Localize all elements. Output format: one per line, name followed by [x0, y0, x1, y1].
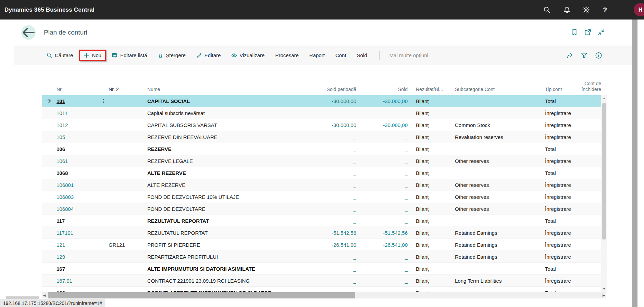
- cell-sold-perioada[interactable]: _: [283, 290, 356, 292]
- col-header-sold-perioad-[interactable]: Sold perioadă: [283, 87, 356, 92]
- col-header-nume[interactable]: Nume: [147, 87, 283, 92]
- cell-nr[interactable]: 1011: [55, 110, 99, 116]
- cell-sold[interactable]: _: [356, 194, 408, 200]
- table-row[interactable]: 121GR121PROFIT SI PIERDERE-26.541,00-26.…: [42, 239, 601, 251]
- cell-nr[interactable]: 105: [55, 134, 99, 140]
- cell-sold[interactable]: _: [356, 254, 408, 260]
- col-header-tip-cont[interactable]: Tip cont: [539, 87, 580, 92]
- avatar[interactable]: H: [634, 3, 644, 16]
- toolbar-procesare[interactable]: Procesare: [275, 52, 298, 58]
- cell-sold-perioada[interactable]: -26.541,00: [283, 242, 356, 248]
- toolbar-mai-multe-op-iuni[interactable]: Mai multe opțiuni: [389, 52, 428, 58]
- cell-nr[interactable]: 106803: [55, 194, 99, 200]
- cell-nr[interactable]: 121: [55, 242, 99, 248]
- gear-icon[interactable]: [582, 6, 590, 14]
- cell-nr[interactable]: 1061: [55, 158, 99, 164]
- table-row[interactable]: 117REZULTATUL REPORTAT__BilanțTotal: [42, 215, 601, 227]
- toolbar-cont[interactable]: Cont: [335, 52, 346, 58]
- outer-frame-scrollbar[interactable]: [632, 20, 637, 307]
- cell-sold[interactable]: _: [356, 182, 408, 188]
- vertical-scrollbar[interactable]: ▲ ▼: [601, 95, 607, 292]
- cell-sold[interactable]: _: [356, 278, 408, 284]
- help-icon[interactable]: ?: [603, 6, 607, 14]
- table-row[interactable]: 1061REZERVE LEGALE__BilanțOther reserves…: [42, 155, 601, 167]
- cell-sold[interactable]: _: [356, 206, 408, 212]
- cell-sold-perioada[interactable]: -30.000,00: [283, 122, 356, 128]
- col-header-cont-de-nchidere[interactable]: Cont de închidere: [580, 81, 601, 92]
- table-row[interactable]: 167.01CONTRACT 221901 23.09.19 RCI LEASI…: [42, 275, 601, 287]
- cell-sold[interactable]: -30.000,00: [356, 122, 408, 128]
- info-icon[interactable]: [595, 52, 602, 59]
- cell-nr[interactable]: 167: [55, 266, 99, 272]
- cell-sold-perioada[interactable]: -30.000,00: [283, 98, 356, 104]
- popout-icon[interactable]: [584, 28, 592, 36]
- collapse-icon[interactable]: [597, 28, 605, 36]
- toolbar-nou[interactable]: Nou: [84, 52, 101, 58]
- col-header-rezultat-bi-[interactable]: Rezultat/Bi...: [408, 87, 452, 92]
- row-menu-dots-icon[interactable]: [101, 99, 106, 104]
- cell-sold-perioada[interactable]: _: [283, 194, 356, 200]
- search-icon[interactable]: [543, 6, 551, 14]
- horizontal-scrollbar-thumb[interactable]: [48, 292, 355, 298]
- col-header-nr-[interactable]: Nr.: [55, 87, 99, 92]
- col-header-sold[interactable]: Sold: [356, 87, 408, 92]
- toolbar-editare-list-[interactable]: Editare listă: [112, 52, 147, 58]
- table-row[interactable]: 167ALTE IMPRUMUTURI SI DATORII ASIMILATE…: [42, 263, 601, 275]
- table-row[interactable]: 106801ALTE REZERVE__BilanțOther reserves…: [42, 179, 601, 191]
- cell-sold-perioada[interactable]: _: [283, 158, 356, 164]
- cell-sold-perioada[interactable]: _: [283, 266, 356, 272]
- scroll-right-arrow-icon[interactable]: ▶: [603, 294, 605, 297]
- toolbar-editare[interactable]: Editare: [196, 52, 221, 58]
- toolbar-raport[interactable]: Raport: [309, 52, 325, 58]
- cell-sold[interactable]: _: [356, 146, 408, 152]
- toolbar-vizualizare[interactable]: Vizualizare: [231, 52, 264, 58]
- table-row[interactable]: 1012CAPITAL SUBSCRIS VARSAT-30.000,00-30…: [42, 119, 601, 131]
- table-row[interactable]: 105REZERVE DIN REEVALUARE__BilanțRevalua…: [42, 131, 601, 143]
- cell-nr[interactable]: 117101: [55, 230, 99, 236]
- scroll-down-arrow-icon[interactable]: ▼: [601, 287, 607, 291]
- cell-sold-perioada[interactable]: _: [283, 110, 356, 116]
- row-menu-cell[interactable]: [99, 99, 108, 104]
- cell-nr[interactable]: 117: [55, 218, 99, 224]
- bookmark-icon[interactable]: [571, 28, 578, 36]
- cell-nr[interactable]: 1068: [55, 170, 99, 176]
- table-row[interactable]: 106803FOND DE DEZVOLTARE 10% UTILAJE__Bi…: [42, 191, 601, 203]
- cell-sold-perioada[interactable]: _: [283, 218, 356, 224]
- cell-sold[interactable]: -26.541,00: [356, 242, 408, 248]
- col-header-nr-2[interactable]: Nr. 2: [108, 87, 147, 92]
- cell-sold[interactable]: _: [356, 134, 408, 140]
- toolbar--tergere[interactable]: Ștergere: [158, 52, 186, 58]
- vertical-scrollbar-thumb[interactable]: [602, 103, 606, 240]
- cell-sold-perioada[interactable]: _: [283, 254, 356, 260]
- horizontal-scrollbar[interactable]: ◀ ▶: [42, 292, 606, 298]
- col-header-subcategorie-cont[interactable]: Subcategorie Cont: [452, 87, 539, 92]
- cell-sold-perioada[interactable]: _: [283, 146, 356, 152]
- cell-sold-perioada[interactable]: _: [283, 206, 356, 212]
- filter-icon[interactable]: [581, 52, 588, 59]
- table-row[interactable]: 106804FOND DE DEZVOLTARE__BilanțOther re…: [42, 203, 601, 215]
- back-button[interactable]: [21, 25, 36, 40]
- cell-sold[interactable]: -51.542,56: [356, 230, 408, 236]
- cell-nr[interactable]: 106801: [55, 182, 99, 188]
- cell-sold[interactable]: _: [356, 110, 408, 116]
- share-icon[interactable]: [566, 52, 573, 59]
- cell-sold[interactable]: _: [356, 266, 408, 272]
- table-row[interactable]: 129REPARTIZAREA PROFITULUI__BilanțRetain…: [42, 251, 601, 263]
- scroll-up-arrow-icon[interactable]: ▲: [601, 97, 607, 100]
- cell-sold[interactable]: -30.000,00: [356, 98, 408, 104]
- cell-nr[interactable]: 168: [55, 290, 99, 292]
- table-row[interactable]: 168DOBINZI AFERENTE IMPRUMUTURILOR SI DA…: [42, 287, 601, 292]
- cell-sold-perioada[interactable]: _: [283, 134, 356, 140]
- table-row[interactable]: 1068ALTE REZERVE__BilanțTotal: [42, 167, 601, 179]
- cell-nr[interactable]: 106804: [55, 206, 99, 212]
- cell-sold[interactable]: _: [356, 170, 408, 176]
- cell-nr[interactable]: 106: [55, 146, 99, 152]
- table-row[interactable]: 106REZERVE__BilanțTotal: [42, 143, 601, 155]
- cell-nr[interactable]: 101: [55, 98, 99, 104]
- cell-sold[interactable]: _: [356, 158, 408, 164]
- cell-sold-perioada[interactable]: _: [283, 278, 356, 284]
- cell-nr[interactable]: 129: [55, 254, 99, 260]
- cell-sold[interactable]: _: [356, 290, 408, 292]
- cell-sold-perioada[interactable]: _: [283, 182, 356, 188]
- table-row[interactable]: 117101REZULTATUL REPORTAT-51.542,56-51.5…: [42, 227, 601, 239]
